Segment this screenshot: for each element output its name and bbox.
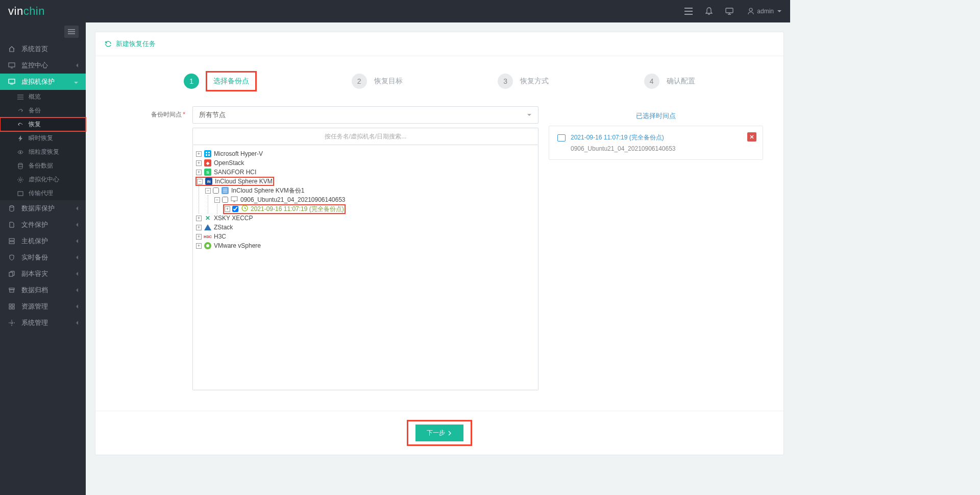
tree-node-label[interactable]: OpenStack <box>214 159 244 167</box>
next-button[interactable]: 下一步 <box>415 425 463 441</box>
tree-row: −INInCloud Sphere KVM <box>196 177 535 186</box>
tree-row: −0906_Ubuntu21_04_20210906140653 <box>214 195 535 204</box>
tree-node-label[interactable]: H3C <box>214 233 226 240</box>
sidebar-item-label: 虚拟化中心 <box>29 175 59 184</box>
sidebar-item-realtime-backup[interactable]: 实时备份 <box>0 249 86 266</box>
tree-node-label[interactable]: SANGFOR HCI <box>214 169 256 176</box>
svg-rect-7 <box>18 192 23 196</box>
vmware-icon <box>204 242 211 249</box>
tree-node-label[interactable]: XSKY XECCP <box>214 215 253 222</box>
sidebar-item-replica-dr[interactable]: 副本容灾 <box>0 266 86 282</box>
sidebar-item-home[interactable]: 系统首页 <box>0 41 86 57</box>
step-1[interactable]: 1 选择备份点 <box>184 72 256 91</box>
tree-node-label[interactable]: ZStack <box>214 224 233 231</box>
sidebar-item-label: 系统首页 <box>21 44 48 54</box>
sidebar-item-data-archive[interactable]: 数据归档 <box>0 282 86 298</box>
vm-icon <box>7 79 16 85</box>
sidebar-sub-backup[interactable]: 备份 <box>0 104 86 117</box>
step-2[interactable]: 2 恢复目标 <box>352 72 403 91</box>
sidebar-sub-restore[interactable]: 恢复 <box>0 117 86 131</box>
job-icon <box>222 187 229 194</box>
step-num: 3 <box>498 74 513 89</box>
tree-node-label[interactable]: Microsoft Hyper-V <box>214 150 263 157</box>
sidebar-sub-virtualization-center[interactable]: 虚拟化中心 <box>0 173 86 186</box>
backup-timepoint-label: 备份时间点* <box>146 106 192 119</box>
tree-node-label[interactable]: VMware vSphere <box>214 242 261 249</box>
chevron-left-icon <box>76 319 79 327</box>
logo: vinchin <box>0 5 86 18</box>
chevron-left-icon <box>76 221 79 229</box>
sidebar-item-file-protection[interactable]: 文件保护 <box>0 217 86 233</box>
tree-expander[interactable]: + <box>196 216 202 221</box>
chevron-left-icon <box>76 287 79 294</box>
tree-node-label[interactable]: InCloud Sphere KVM <box>215 178 273 185</box>
list-icon <box>16 95 24 100</box>
sidebar-item-label: 数据库保护 <box>21 204 55 213</box>
sidebar-item-label: 主机保护 <box>21 237 48 246</box>
chevron-left-icon <box>76 270 79 278</box>
h3c-icon: H3C <box>204 233 211 240</box>
tree-row: −InCloud Sphere KVM备份1 <box>205 186 535 195</box>
tree-expander[interactable]: + <box>196 151 202 157</box>
svg-rect-13 <box>10 290 14 292</box>
svg-rect-16 <box>9 307 11 309</box>
topbar-monitor-icon[interactable] <box>719 0 740 22</box>
topbar-bell-icon[interactable] <box>699 0 719 22</box>
tree-node-label[interactable]: InCloud Sphere KVM备份1 <box>231 186 304 195</box>
sidebar-sub-backup-data[interactable]: 备份数据 <box>0 159 86 173</box>
gear-icon <box>16 177 24 183</box>
topbar-user-menu[interactable]: admin <box>740 8 790 15</box>
sidebar-sub-overview[interactable]: 概览 <box>0 90 86 104</box>
svg-rect-21 <box>206 154 207 156</box>
tree-expander[interactable]: + <box>225 206 230 212</box>
step-3[interactable]: 3 恢复方式 <box>498 72 549 91</box>
tree-row: +SSANGFOR HCI <box>196 168 535 177</box>
chevron-left-icon <box>76 303 79 311</box>
search-input[interactable] <box>199 133 532 140</box>
hyperv-icon <box>204 150 211 157</box>
tree-checkbox[interactable] <box>222 197 228 203</box>
tree-expander[interactable]: + <box>196 160 202 166</box>
svg-rect-3 <box>9 79 15 83</box>
sidebar-sub-instant-restore[interactable]: 瞬时恢复 <box>0 131 86 145</box>
sidebar-sub-granular-restore[interactable]: 细粒度恢复 <box>0 145 86 159</box>
tree-expander[interactable]: + <box>196 234 202 240</box>
wizard-steps: 1 选择备份点 2 恢复目标 3 恢复方式 4 确认配置 <box>95 66 783 106</box>
sidebar-item-resources[interactable]: 资源管理 <box>0 298 86 315</box>
svg-rect-23 <box>231 197 237 201</box>
selected-timepoint-text: 2021-09-16 11:07:19 (完全备份点) <box>571 133 664 142</box>
tree-expander[interactable]: − <box>205 188 211 194</box>
svg-point-5 <box>18 163 22 164</box>
tree-node-label[interactable]: 0906_Ubuntu21_04_20210906140653 <box>240 196 346 203</box>
sidebar-toggle-button[interactable] <box>64 26 79 38</box>
tree-expander[interactable]: + <box>196 225 202 230</box>
sidebar-item-db-protection[interactable]: 数据库保护 <box>0 200 86 217</box>
sidebar-sub-transfer-agent[interactable]: 传输代理 <box>0 186 86 200</box>
step-num: 4 <box>644 74 659 89</box>
chevron-left-icon <box>76 238 79 245</box>
tree-expander[interactable]: − <box>214 197 220 203</box>
sidebar-item-host-protection[interactable]: 主机保护 <box>0 233 86 249</box>
monitor-icon <box>7 62 16 68</box>
chevron-left-icon <box>76 254 79 262</box>
sidebar-item-system[interactable]: 系统管理 <box>0 315 86 331</box>
step-4[interactable]: 4 确认配置 <box>644 72 695 91</box>
chevron-down-icon <box>527 112 532 117</box>
sidebar-item-vm-protection[interactable]: 虚拟机保护 <box>0 74 86 90</box>
tree-checkbox[interactable] <box>213 187 219 194</box>
sidebar-toggle-row <box>0 22 86 41</box>
vm-icon <box>557 134 566 142</box>
tree-expander[interactable]: + <box>196 170 202 175</box>
tree-row: +Microsoft Hyper-V <box>196 149 535 158</box>
tree-node-label[interactable]: 2021-09-16 11:07:19 (完全备份点) <box>251 205 344 214</box>
tree-expander[interactable]: − <box>197 179 203 184</box>
tree-checkbox[interactable] <box>232 206 238 212</box>
node-select[interactable]: 所有节点 <box>192 106 538 124</box>
tree-expander[interactable]: + <box>196 243 202 249</box>
sidebar-item-monitor[interactable]: 监控中心 <box>0 57 86 74</box>
panel-header: 新建恢复任务 <box>95 32 783 56</box>
topbar-list-icon[interactable] <box>678 0 699 22</box>
incloud-icon: IN <box>205 178 212 185</box>
remove-selected-button[interactable] <box>747 132 756 142</box>
step-label: 恢复目标 <box>374 77 403 86</box>
